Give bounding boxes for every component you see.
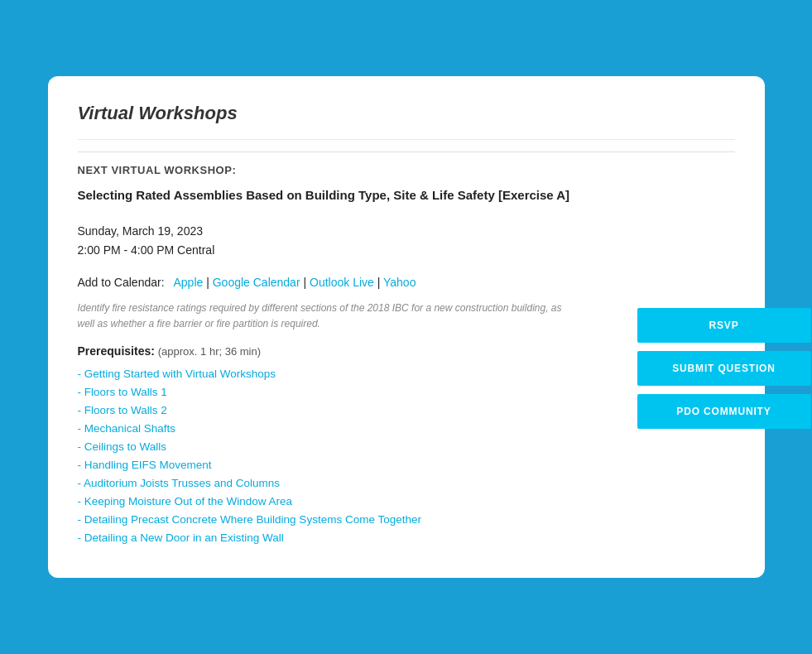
workshop-title: Selecting Rated Assemblies Based on Buil… [78, 188, 735, 202]
prerequisites-row: Prerequisites: (approx. 1 hr; 36 min) [78, 344, 735, 358]
prereq-item-6: - Auditorium Joists Trusses and Columns [78, 475, 735, 490]
prereq-link-7[interactable]: - Keeping Moisture Out of the Window Are… [78, 495, 293, 507]
date-block: Sunday, March 19, 2023 2:00 PM - 4:00 PM… [78, 222, 735, 262]
prereq-link-2[interactable]: - Floors to Walls 2 [78, 404, 167, 416]
date-line1: Sunday, March 19, 2023 [78, 222, 735, 242]
prerequisites-list: - Getting Started with Virtual Workshops… [78, 366, 735, 545]
calendar-link-yahoo[interactable]: Yahoo [383, 276, 416, 289]
card-title: Virtual Workshops [78, 103, 735, 124]
prereq-link-4[interactable]: - Ceilings to Walls [78, 440, 167, 453]
pdo-community-button[interactable]: PDO COMMUNITY [637, 394, 811, 429]
description: Identify fire resistance ratings require… [78, 301, 574, 331]
prerequisites-note: (approx. 1 hr; 36 min) [158, 345, 261, 358]
prereq-link-5[interactable]: - Handling EIFS Movement [78, 459, 212, 471]
prereq-link-6[interactable]: - Auditorium Joists Trusses and Columns [78, 477, 281, 489]
prereq-link-8[interactable]: - Detailing Precast Concrete Where Build… [78, 513, 421, 526]
prerequisites-label: Prerequisites: [78, 344, 155, 358]
prereq-item-0: - Getting Started with Virtual Workshops [78, 366, 735, 381]
main-card: Virtual Workshops NEXT VIRTUAL WORKSHOP:… [48, 76, 765, 579]
calendar-link-google[interactable]: Google Calendar [213, 276, 300, 289]
prereq-item-9: - Detailing a New Door in an Existing Wa… [78, 530, 735, 545]
outer-wrapper: Virtual Workshops NEXT VIRTUAL WORKSHOP:… [22, 53, 791, 602]
date-line2: 2:00 PM - 4:00 PM Central [78, 241, 735, 261]
prereq-item-4: - Ceilings to Walls [78, 439, 735, 454]
prereq-item-5: - Handling EIFS Movement [78, 457, 735, 472]
prereq-item-2: - Floors to Walls 2 [78, 402, 735, 417]
prereq-link-0[interactable]: - Getting Started with Virtual Workshops [78, 368, 276, 380]
section-label: NEXT VIRTUAL WORKSHOP: [78, 151, 735, 176]
prereq-link-9[interactable]: - Detailing a New Door in an Existing Wa… [78, 531, 284, 544]
calendar-link-outlook[interactable]: Outlook Live [310, 276, 374, 289]
prereq-item-7: - Keeping Moisture Out of the Window Are… [78, 493, 735, 508]
divider [78, 139, 735, 140]
calendar-link-apple[interactable]: Apple [173, 276, 203, 289]
prereq-link-3[interactable]: - Mechanical Shafts [78, 422, 176, 435]
rsvp-button[interactable]: RSVP [637, 308, 811, 343]
calendar-label: Add to Calendar: [78, 276, 165, 289]
prereq-item-3: - Mechanical Shafts [78, 421, 735, 435]
prereq-link-1[interactable]: - Floors to Walls 1 [78, 386, 167, 398]
prereq-item-8: - Detailing Precast Concrete Where Build… [78, 512, 735, 527]
prereq-item-1: - Floors to Walls 1 [78, 384, 735, 399]
side-buttons: RSVPSUBMIT QUESTIONPDO COMMUNITY [637, 308, 803, 429]
submit-question-button[interactable]: SUBMIT QUESTION [637, 351, 811, 386]
calendar-row: Add to Calendar: Apple | Google Calendar… [78, 276, 735, 289]
